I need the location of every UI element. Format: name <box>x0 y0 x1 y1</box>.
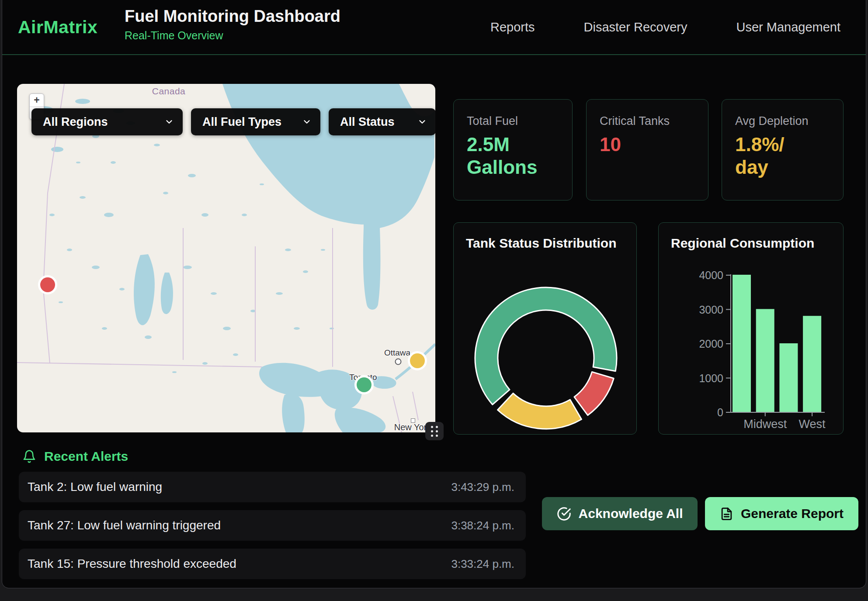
tank-status-distribution-card: Tank Status Distribution <box>453 222 637 435</box>
y-tick-label: 4000 <box>699 269 723 281</box>
zoom-in-button[interactable]: + <box>30 94 44 107</box>
tank-marker-warning[interactable] <box>410 353 425 368</box>
generate-report-button[interactable]: Generate Report <box>705 497 858 530</box>
alert-timestamp: 3:33:24 p.m. <box>451 557 514 571</box>
chevron-down-icon <box>417 117 427 127</box>
region-filter-select[interactable]: All Regions <box>31 108 183 135</box>
check-circle-icon <box>557 507 571 521</box>
status-filter-value: All Status <box>340 115 395 129</box>
stat-label: Critical Tanks <box>600 114 695 128</box>
bar-0 <box>733 275 751 412</box>
bar-1 <box>756 309 774 412</box>
donut-segment-warning <box>498 393 582 429</box>
stat-value: 1.8%/day <box>735 133 830 179</box>
acknowledge-all-label: Acknowledge All <box>579 506 683 521</box>
regional-consumption-bar-chart: 01000200030004000MidwestWest <box>659 223 844 435</box>
chevron-down-icon <box>302 117 312 127</box>
y-tick-label: 3000 <box>699 304 723 316</box>
alerts-header: Recent Alerts <box>22 449 128 464</box>
alert-message: Tank 2: Low fuel warning <box>28 480 162 494</box>
page-title-block: Fuel Monitoring Dashboard Real-Time Over… <box>125 7 340 42</box>
generate-report-label: Generate Report <box>741 506 844 521</box>
header: AirMatrix Fuel Monitoring Dashboard Real… <box>2 0 866 55</box>
regional-consumption-card: Regional Consumption 01000200030004000Mi… <box>658 222 844 435</box>
alert-row: Tank 2: Low fuel warning 3:43:29 p.m. <box>19 472 526 502</box>
fuel-type-filter-value: All Fuel Types <box>202 115 281 129</box>
region-filter-value: All Regions <box>43 115 108 129</box>
drag-handle-icon[interactable] <box>425 422 444 440</box>
stat-value: 10 <box>600 133 695 156</box>
nav-item-reports[interactable]: Reports <box>490 20 535 35</box>
nav-item-disaster-recovery[interactable]: Disaster Recovery <box>584 20 687 35</box>
map-filters: All Regions All Fuel Types All Status <box>31 108 435 135</box>
tank-marker-normal[interactable] <box>357 377 372 392</box>
tank-status-donut-chart <box>454 223 637 435</box>
stat-card-avg-depletion: Avg Depletion 1.8%/day <box>722 99 844 200</box>
stat-card-critical-tanks: Critical Tanks 10 <box>586 99 708 200</box>
fuel-map[interactable]: Canada Ottawa Toronto New York + All Reg… <box>17 84 435 432</box>
report-document-icon <box>720 507 733 521</box>
nav-item-user-management[interactable]: User Management <box>736 20 840 35</box>
bell-icon <box>22 449 36 463</box>
stat-label: Avg Depletion <box>735 114 830 128</box>
alert-row: Tank 27: Low fuel warning triggered 3:38… <box>19 510 526 541</box>
map-city-label-ottawa: Ottawa <box>384 348 410 358</box>
alert-row: Tank 15: Pressure threshold exceeded 3:3… <box>19 549 526 579</box>
chevron-down-icon <box>164 117 174 127</box>
acknowledge-all-button[interactable]: Acknowledge All <box>542 497 698 530</box>
app-container: AirMatrix Fuel Monitoring Dashboard Real… <box>2 0 866 588</box>
x-tick-label: West <box>799 418 826 431</box>
alerts-title: Recent Alerts <box>44 449 128 464</box>
page-subtitle: Real-Time Overview <box>125 29 340 42</box>
x-tick-label: Midwest <box>743 418 787 431</box>
map-region-label: Canada <box>152 86 186 97</box>
y-tick-label: 1000 <box>699 372 723 384</box>
tank-marker-critical[interactable] <box>40 277 55 292</box>
app-logo: AirMatrix <box>18 0 97 54</box>
bar-3 <box>803 316 821 412</box>
stat-value: 2.5MGallons <box>467 133 559 179</box>
status-filter-select[interactable]: All Status <box>329 108 435 135</box>
alert-timestamp: 3:38:24 p.m. <box>451 519 514 532</box>
y-tick-label: 2000 <box>699 338 723 350</box>
donut-segment-critical <box>574 372 614 415</box>
fuel-type-filter-select[interactable]: All Fuel Types <box>191 108 320 135</box>
alert-timestamp: 3:43:29 p.m. <box>451 480 514 494</box>
bar-2 <box>779 343 798 412</box>
y-tick-label: 0 <box>717 406 723 418</box>
main-nav: Reports Disaster Recovery User Managemen… <box>490 0 840 54</box>
ottawa-town-icon <box>395 359 402 365</box>
alert-message: Tank 15: Pressure threshold exceeded <box>28 557 236 571</box>
stat-label: Total Fuel <box>467 114 559 128</box>
page-title: Fuel Monitoring Dashboard <box>125 7 340 26</box>
alert-message: Tank 27: Low fuel warning triggered <box>28 518 221 532</box>
stat-card-total-fuel: Total Fuel 2.5MGallons <box>453 99 573 200</box>
